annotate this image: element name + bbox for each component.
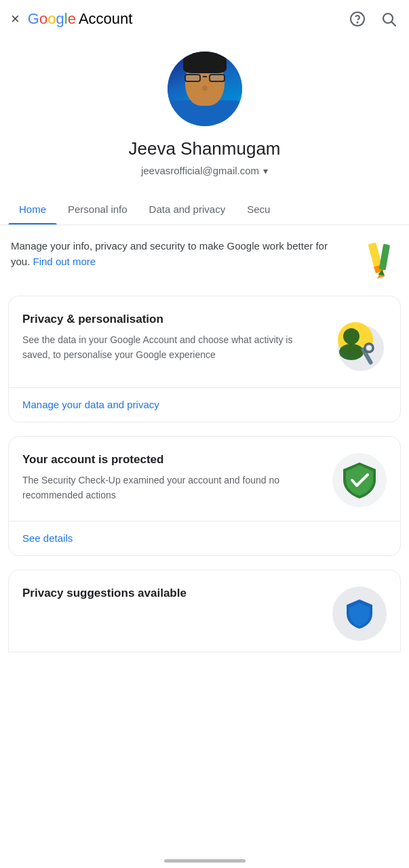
privacy-illustration [326,313,387,374]
user-name: Jeeva Shanmugam [128,138,280,159]
manage-data-link[interactable]: Manage your data and privacy [22,399,159,410]
privacy-card-footer: Manage your data and privacy [9,387,400,422]
app-title: Google Account [28,10,348,28]
header-actions [348,9,398,28]
google-logo: Google [28,10,76,28]
privacy-card: Privacy & personalisation See the data i… [8,296,401,422]
tab-home[interactable]: Home [8,194,57,224]
security-card-title: Your account is protected [22,453,322,467]
svg-point-12 [339,344,364,360]
suggestions-illustration [332,587,387,641]
security-card-description: The Security Check-Up examined your acco… [22,473,322,502]
user-email: jeevasrofficial@gmail.com [141,165,259,176]
close-button[interactable]: × [11,12,20,26]
tab-security[interactable]: Secu [236,194,281,224]
avatar[interactable] [168,52,242,126]
privacy-card-description: See the data in your Google Account and … [22,333,315,362]
intro-section: Manage your info, privacy and security t… [0,225,409,296]
header: × Google Account [0,0,409,38]
user-email-row[interactable]: jeevasrofficial@gmail.com ▾ [141,165,268,176]
intro-text: Manage your info, privacy and security t… [11,239,344,269]
privacy-suggestions-content: Privacy suggestions available [22,587,322,607]
privacy-card-content: Privacy & personalisation See the data i… [22,313,315,362]
email-dropdown-icon: ▾ [263,165,268,176]
navigation-tabs: Home Personal info Data and privacy Secu [0,194,409,225]
svg-point-15 [366,345,372,351]
help-button[interactable] [348,9,367,28]
svg-point-11 [343,328,359,344]
privacy-card-title: Privacy & personalisation [22,313,315,326]
see-details-link[interactable]: See details [22,532,73,544]
profile-section: Jeeva Shanmugam jeevasrofficial@gmail.co… [0,38,409,183]
svg-line-3 [392,22,396,26]
account-label: Account [79,10,133,28]
privacy-suggestions-title: Privacy suggestions available [22,587,322,600]
security-card-footer: See details [9,521,400,555]
intro-illustration [355,239,398,282]
svg-rect-7 [379,243,390,270]
privacy-suggestions-card: Privacy suggestions available [8,570,401,652]
tab-personal-info[interactable]: Personal info [57,194,138,224]
security-illustration [332,453,387,507]
search-button[interactable] [379,9,398,28]
find-out-more-link[interactable]: Find out more [33,256,96,267]
home-indicator [164,859,246,863]
security-card: Your account is protected The Security C… [8,436,401,556]
security-card-content: Your account is protected The Security C… [22,453,322,502]
tab-data-privacy[interactable]: Data and privacy [138,194,237,224]
